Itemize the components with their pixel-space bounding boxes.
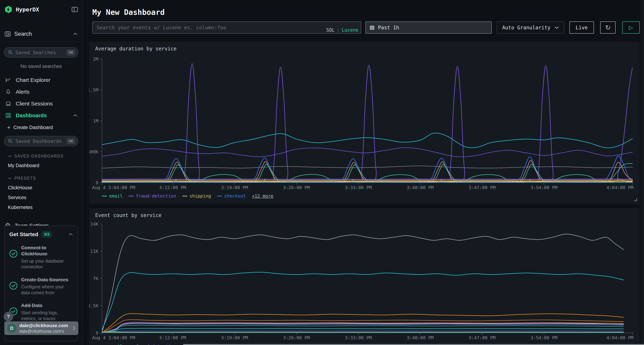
get-started-step-connect[interactable]: Connect to ClickHouse Set up your databa… [9,245,73,270]
x-tick-label: 3:47:00 PM [469,185,496,190]
sidebar-item-alerts[interactable]: Alerts [0,86,82,98]
y-tick-label: 3.5K [89,303,98,308]
sidebar: HyperDX Search Saved Searches ⌘K No save… [0,0,83,345]
legend-more-link[interactable]: +12 more [252,193,273,199]
legend-label: email [109,344,122,345]
sidebar-item-label: Chart Explorer [16,77,78,83]
get-started-step-sources[interactable]: Create Data Sources Configure where your… [9,277,73,296]
chart-plot[interactable]: 2M1.5M1M500K0Aug 4 3:04:00 PM3:12:00 PM3… [89,41,640,204]
x-tick-label: 3:40:00 PM [407,185,434,190]
group-saved-dashboards[interactable]: SAVED DASHBOARDS [8,154,82,159]
legend-label: email [109,193,122,199]
x-tick-label: 3:54:00 PM [530,335,558,340]
user-menu[interactable]: D dale@clickhouse.com dale@clickhouse.co… [4,322,78,335]
chevron-up-icon[interactable] [73,32,78,35]
x-tick-label: 3:40:00 PM [407,335,434,340]
sidebar-item-chart-explorer[interactable]: Chart Explorer [0,74,82,86]
saved-searches-placeholder: Saved Searches [16,50,64,55]
sidebar-item-label: Client Sessions [16,101,78,107]
legend-item-fraud-detection[interactable]: fraud-detection [128,193,176,199]
sidebar-divider [0,42,82,42]
legend-item-checkout[interactable]: checkout [217,193,246,199]
series-pink [102,179,632,179]
refresh-button[interactable]: ↻ [600,21,616,34]
sidebar-item-kubernetes[interactable]: Kubernetes [8,205,82,210]
legend-label: fraud-detection [136,193,176,199]
saved-dashboards-placeholder: Saved Dashboards [16,138,64,144]
legend-item-fraud-detection[interactable]: fraud-detection [128,344,176,345]
x-tick-label: 3:19:00 PM [221,335,248,340]
chart-panel-avg-duration: Average duration by service 2M1.5M1M500K… [89,41,640,204]
get-started-title: Get Started [9,231,38,237]
step-title: Add Data [21,303,73,309]
legend-item-shipping[interactable]: shipping [182,193,211,199]
chart-plot[interactable]: 14K11K7K3.5K0Aug 4 3:04:00 PM3:12:00 PM3… [89,208,640,345]
bell-icon [5,89,12,95]
sidebar-item-clickhouse[interactable]: ClickHouse [8,185,82,191]
y-tick-label: 14K [90,222,98,227]
main-content: My New Dashboard SQL | Lucene Past 1h Au… [83,0,644,345]
granularity-value: Auto Granularity [502,25,550,30]
saved-searches-input[interactable]: Saved Searches ⌘K [4,47,78,57]
x-tick-label: 3:47:00 PM [469,335,496,340]
create-dashboard-button[interactable]: + Create Dashboard [7,124,82,131]
help-button[interactable]: ? [4,312,13,322]
chevron-up-icon[interactable] [68,233,73,236]
search-icon [8,50,13,55]
app-title: HyperDX [16,6,68,13]
x-tick-label: 3:19:00 PM [221,185,248,190]
time-range-picker[interactable]: Past 1h [366,21,492,34]
x-tick-label: 3:12:00 PM [159,335,186,340]
logo-row: HyperDX [0,0,82,13]
shortcut-badge: ⌘K [66,49,76,56]
chart-explorer-icon [5,77,12,83]
chevron-down-icon [554,26,559,29]
get-started-progress-badge: 3/3 [41,231,52,238]
granularity-select[interactable]: Auto Granularity [497,21,564,34]
live-button[interactable]: Live [570,21,594,34]
sidebar-item-dashboards[interactable]: Dashboards [0,110,82,121]
query-language-toggle: SQL | Lucene [321,24,358,36]
legend-swatch [182,196,187,196]
run-query-button[interactable]: ▷ [622,21,640,34]
y-tick-label: 1M [93,118,98,123]
sidebar-item-search[interactable]: Search [0,28,82,39]
step-desc: Configure where your data comes from [21,284,73,296]
legend-swatch [102,196,107,196]
panel-resize-handle[interactable] [634,198,637,201]
series-mid-purple [102,148,632,157]
legend-item-email[interactable]: email [102,193,122,199]
chart-panel-event-count: Event count by service 14K11K7K3.5K0Aug … [89,208,640,345]
lucene-toggle[interactable]: Lucene [342,27,358,33]
chevron-right-icon [72,326,76,331]
sidebar-nav: Chart Explorer Alerts Client Sessions Da… [0,74,82,121]
chevron-up-icon[interactable] [73,114,78,117]
group-label: SAVED DASHBOARDS [14,154,64,159]
x-tick-label: Aug 4 3:04:00 PM [92,335,135,340]
sidebar-item-client-sessions[interactable]: Client Sessions [0,98,82,110]
horizontal-scrollbar[interactable] [183,344,644,345]
group-presets[interactable]: PRESETS [8,176,82,181]
user-org: dale@clickhouse.com's [19,329,70,334]
sidebar-collapse-icon[interactable] [72,7,78,12]
legend-item-email[interactable]: email [102,344,122,345]
x-tick-label: Aug 4 3:04:00 PM [92,185,135,190]
sidebar-item-services[interactable]: Services [8,195,82,200]
y-tick-label: 7K [93,276,98,281]
sidebar-item-my-dashboard[interactable]: My Dashboard [8,163,82,168]
y-tick-label: 1.5M [89,87,98,93]
saved-dashboards-input[interactable]: Saved Dashboards ⌘K [4,136,78,146]
play-icon: ▷ [629,24,633,31]
y-tick-label: 11K [90,249,98,254]
vertical-scrollbar-track[interactable] [641,0,644,345]
step-desc: Start sending logs, metrics, or traces [21,310,73,322]
series-tan [102,332,624,332]
check-circle-icon [9,277,18,296]
sql-toggle[interactable]: SQL [326,27,334,33]
x-tick-label: 3:54:00 PM [530,185,558,190]
laptop-icon [5,101,12,106]
series-orange-b [102,320,624,333]
shortcut-badge: ⌘K [66,138,76,144]
get-started-step-add-data[interactable]: Add Data Start sending logs, metrics, or… [9,303,73,322]
sidebar-item-label: Dashboards [16,112,69,118]
